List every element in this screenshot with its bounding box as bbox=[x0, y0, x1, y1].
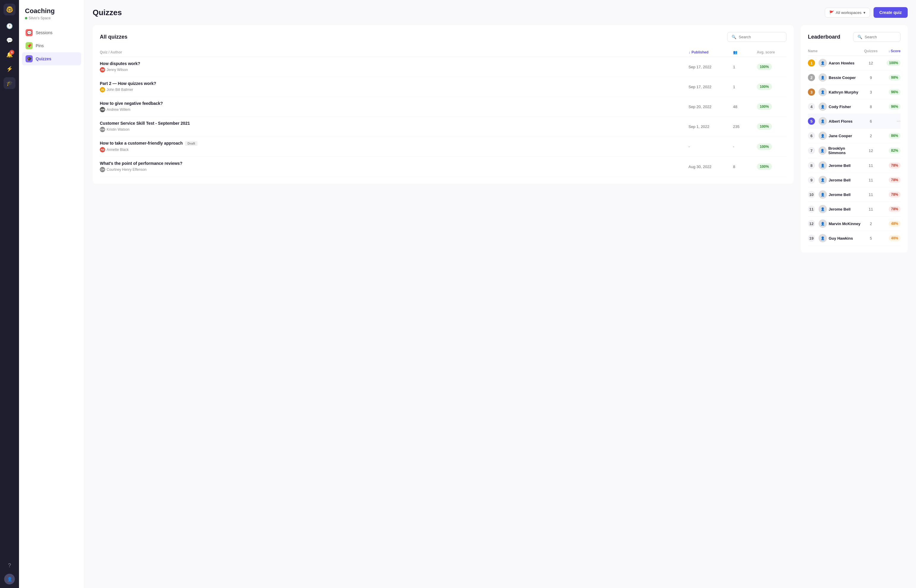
list-item[interactable]: 11 👤 Jerome Bell 11 78% bbox=[808, 202, 901, 216]
lb-rank: 19 bbox=[808, 234, 815, 242]
main-header: Quizzes 🚩 All workspaces ▾ Create quiz bbox=[93, 7, 908, 18]
author-name: Jenny Wilson bbox=[107, 68, 128, 72]
workspace-selector[interactable]: 🚩 All workspaces ▾ bbox=[825, 8, 870, 18]
nav-icon-clock[interactable]: 🕐 bbox=[3, 20, 15, 32]
list-item[interactable]: 6 👤 Jane Cooper 2 86% bbox=[808, 129, 901, 143]
workspace-flag-icon: 🚩 bbox=[829, 10, 834, 15]
sidebar-item-quizzes[interactable]: 🎓 Quizzes bbox=[22, 52, 81, 65]
lb-quizzes: 3 bbox=[862, 90, 880, 94]
lb-score-col: 86% bbox=[880, 133, 901, 139]
nav-icon-grad[interactable]: 🎓 bbox=[3, 77, 15, 89]
lb-score-col: 96% bbox=[880, 89, 901, 95]
user-avatar[interactable]: 👤 bbox=[4, 574, 15, 585]
lb-name: Jerome Bell bbox=[829, 178, 851, 183]
score-badge: 100% bbox=[757, 103, 772, 110]
table-row[interactable]: How to take a customer-friendly approach… bbox=[100, 137, 787, 157]
quiz-score: 100% bbox=[757, 123, 787, 130]
quiz-author: AW Andrew Willem bbox=[100, 107, 688, 112]
list-item[interactable]: 19 👤 Guy Hawkins 5 40% bbox=[808, 231, 901, 246]
quiz-title: Part 2 — How quizzes work? bbox=[100, 81, 688, 86]
quiz-participants: 1 bbox=[733, 85, 757, 89]
lb-name: Jane Cooper bbox=[829, 134, 852, 138]
lb-quizzes: 12 bbox=[862, 149, 880, 153]
lb-search-icon: 🔍 bbox=[858, 35, 862, 39]
list-item[interactable]: 8 👤 Jerome Bell 11 78% bbox=[808, 158, 901, 173]
sidebar-item-pins[interactable]: 📌 Pins bbox=[22, 39, 81, 52]
nav-icon-bell[interactable]: 🔔 8 bbox=[3, 49, 15, 61]
lb-rank: 1 bbox=[808, 60, 815, 66]
lb-name: Bessie Cooper bbox=[829, 76, 856, 80]
list-item[interactable]: 7 👤 Brooklyn Simmons 12 82% bbox=[808, 143, 901, 158]
lb-name: Jerome Bell bbox=[829, 163, 851, 168]
score-badge: 100% bbox=[757, 163, 772, 170]
table-row[interactable]: Customer Service Skill Test - September … bbox=[100, 117, 787, 137]
quiz-title-cell: Part 2 — How quizzes work? JB John Bill … bbox=[100, 81, 688, 92]
lb-score-col: 82% bbox=[880, 148, 901, 153]
table-row[interactable]: Part 2 — How quizzes work? JB John Bill … bbox=[100, 77, 787, 97]
nav-icon-help[interactable]: ? bbox=[3, 559, 15, 571]
author-avatar: KW bbox=[100, 127, 105, 132]
create-quiz-button[interactable]: Create quiz bbox=[874, 7, 908, 18]
quiz-participants: 1 bbox=[733, 65, 757, 69]
lb-score-badge: 78% bbox=[889, 192, 901, 197]
lb-name-cell: 19 👤 Guy Hawkins bbox=[808, 234, 862, 242]
app-logo[interactable]: 🤓 bbox=[3, 3, 15, 15]
list-item[interactable]: 5 👤 Albert Flores 6 ··· bbox=[808, 114, 901, 129]
quiz-search-box[interactable]: 🔍 bbox=[727, 32, 787, 42]
quiz-participants: 48 bbox=[733, 105, 757, 109]
nav-bottom: ? 👤 bbox=[3, 559, 15, 585]
lb-dots-menu[interactable]: ··· bbox=[897, 118, 901, 124]
lb-name-cell: 4 👤 Cody Fisher bbox=[808, 102, 862, 111]
lb-score-badge: 100% bbox=[887, 60, 901, 66]
workspace-label: All workspaces bbox=[836, 10, 862, 15]
quiz-participants: - bbox=[733, 144, 757, 149]
table-row[interactable]: What's the point of performance reviews?… bbox=[100, 157, 787, 177]
lb-quizzes: 2 bbox=[862, 221, 880, 226]
lb-avatar: 👤 bbox=[819, 88, 827, 96]
lb-name-cell: 10 👤 Jerome Bell bbox=[808, 191, 862, 199]
quiz-title: How to give negative feedback? bbox=[100, 101, 688, 106]
nav-icon-chat[interactable]: 💬 bbox=[3, 34, 15, 46]
sidebar-item-sessions[interactable]: 💬 Sessions bbox=[22, 26, 81, 39]
quiz-rows: How disputes work? JW Jenny Wilson Sep 1… bbox=[100, 57, 787, 177]
lb-name-cell: 1 👤 Aaron Howles bbox=[808, 59, 862, 67]
list-item[interactable]: 3 👤 Kathryn Murphy 3 96% bbox=[808, 85, 901, 100]
lb-score-col: 96% bbox=[880, 103, 901, 110]
list-item[interactable]: 2 👤 Bessie Cooper 9 98% bbox=[808, 70, 901, 85]
table-row[interactable]: How disputes work? JW Jenny Wilson Sep 1… bbox=[100, 57, 787, 77]
col-published[interactable]: ↓ Published bbox=[688, 50, 733, 54]
quiz-author: CH Courtney Henry Effenson bbox=[100, 167, 688, 172]
lb-avatar: 👤 bbox=[819, 102, 827, 111]
list-item[interactable]: 1 👤 Aaron Howles 12 100% bbox=[808, 56, 901, 70]
author-avatar: JB bbox=[100, 87, 105, 92]
quiz-table-header: Quiz / Author ↓ Published 👥 Avg. score bbox=[100, 48, 787, 57]
sidebar-title: Coaching bbox=[19, 7, 84, 16]
lb-rank: 8 bbox=[808, 162, 815, 169]
lb-score-badge: 82% bbox=[889, 148, 901, 153]
quiz-score: 100% bbox=[757, 163, 787, 170]
list-item[interactable]: 10 👤 Jerome Bell 11 78% bbox=[808, 187, 901, 202]
leaderboard-search-input[interactable] bbox=[864, 35, 896, 39]
lb-quizzes: 8 bbox=[862, 105, 880, 109]
quiz-score: 100% bbox=[757, 84, 787, 90]
lb-avatar: 👤 bbox=[819, 191, 827, 199]
score-badge: 100% bbox=[757, 84, 772, 90]
list-item[interactable]: 4 👤 Cody Fisher 8 96% bbox=[808, 100, 901, 114]
table-row[interactable]: How to give negative feedback? AW Andrew… bbox=[100, 97, 787, 117]
lb-quizzes: 11 bbox=[862, 207, 880, 212]
nav-bar: 🤓 🕐 💬 🔔 8 ⚡ 🎓 ? 👤 bbox=[0, 0, 19, 588]
lb-name: Jerome Bell bbox=[829, 207, 851, 212]
lb-rank: 6 bbox=[808, 132, 815, 139]
lb-score-badge: 78% bbox=[889, 206, 901, 212]
people-icon: 👥 bbox=[733, 50, 737, 54]
sidebar-menu: 💬 Sessions 📌 Pins 🎓 Quizzes bbox=[19, 26, 84, 65]
quiz-search-input[interactable] bbox=[739, 35, 782, 39]
lb-name: Kathryn Murphy bbox=[829, 90, 858, 94]
list-item[interactable]: 9 👤 Jerome Bell 11 78% bbox=[808, 173, 901, 187]
nav-icon-bolt[interactable]: ⚡ bbox=[3, 63, 15, 75]
quiz-title-cell: How to give negative feedback? AW Andrew… bbox=[100, 101, 688, 112]
lb-rank: 10 bbox=[808, 191, 815, 198]
lb-name: Brooklyn Simmons bbox=[829, 146, 862, 155]
list-item[interactable]: 12 👤 Marvin McKinney 2 48% bbox=[808, 216, 901, 231]
leaderboard-search-box[interactable]: 🔍 bbox=[853, 32, 901, 42]
